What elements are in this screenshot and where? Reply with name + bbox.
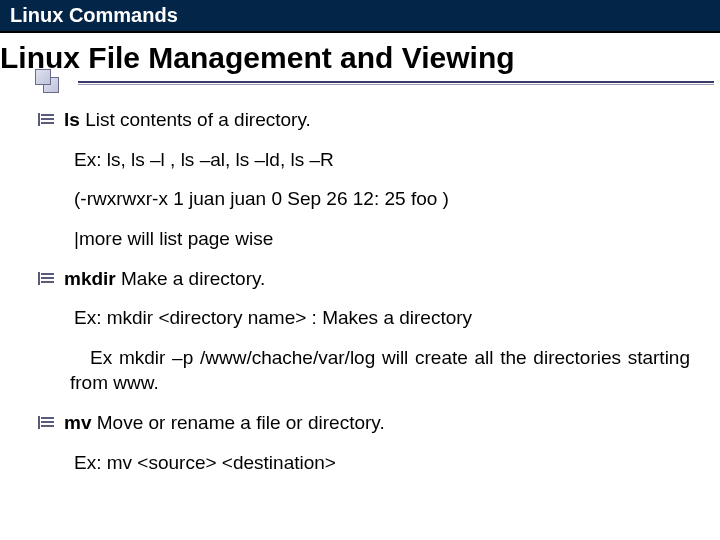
example-line: Ex: ls, ls –l , ls –al, ls –ld, ls –R (38, 147, 690, 173)
list-item: mkdir Make a directory. (38, 266, 690, 292)
header-bar: Linux Commands (0, 0, 720, 33)
example-line: Ex: mkdir <directory name> : Makes a dir… (38, 305, 690, 331)
list-item: ls List contents of a directory. (38, 107, 690, 133)
item-text: mv Move or rename a file or directory. (64, 410, 385, 436)
cmd-name: mkdir (64, 268, 116, 289)
cmd-desc: Make a directory. (116, 268, 266, 289)
bullet-icon (38, 113, 54, 125)
cmd-name: mv (64, 412, 91, 433)
header-title: Linux Commands (10, 4, 178, 26)
title-area: Linux File Management and Viewing (0, 41, 720, 85)
list-item: mv Move or rename a file or directory. (38, 410, 690, 436)
cmd-name: ls (64, 109, 80, 130)
item-text: mkdir Make a directory. (64, 266, 265, 292)
decor-squares-icon (35, 69, 85, 99)
content-area: ls List contents of a directory. Ex: ls,… (0, 85, 720, 475)
example-line: |more will list page wise (38, 226, 690, 252)
bullet-icon (38, 416, 54, 428)
example-line: Ex mkdir –p /www/chache/var/log will cre… (38, 345, 690, 396)
example-line: (-rwxrwxr-x 1 juan juan 0 Sep 26 12: 25 … (38, 186, 690, 212)
bullet-icon (38, 272, 54, 284)
cmd-desc: List contents of a directory. (80, 109, 311, 130)
cmd-desc: Move or rename a file or directory. (91, 412, 384, 433)
page-title: Linux File Management and Viewing (0, 41, 720, 81)
item-text: ls List contents of a directory. (64, 107, 311, 133)
example-line: Ex: mv <source> <destination> (38, 450, 690, 476)
title-underline (78, 81, 714, 85)
